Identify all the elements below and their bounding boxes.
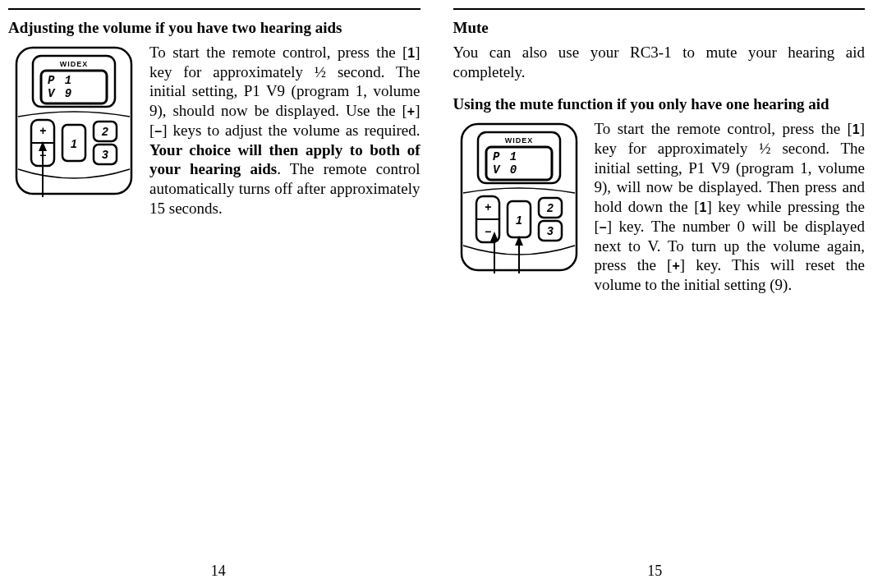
right-content-row: WIDEX P 1 V 0 + − 1 2 3 <box>453 119 866 295</box>
right-heading-usage: Using the mute function if you only have… <box>453 94 866 114</box>
horizontal-rule <box>8 8 420 10</box>
svg-text:WIDEX: WIDEX <box>504 136 533 145</box>
page-left: Adjusting the volume if you have two hea… <box>0 0 437 588</box>
svg-text:2: 2 <box>101 125 108 138</box>
brand-label: WIDEX <box>60 60 89 68</box>
svg-text:2: 2 <box>546 201 554 214</box>
right-paragraph: To start the remote control, press the [… <box>595 119 866 295</box>
svg-text:P   1: P 1 <box>493 150 518 163</box>
svg-text:1: 1 <box>516 214 522 227</box>
right-intro: You can also use your RC3-1 to mute your… <box>453 43 866 82</box>
svg-text:+: + <box>484 200 490 214</box>
remote-illustration-left: WIDEX P 1 V 9 + − 1 2 3 <box>8 43 140 199</box>
horizontal-rule <box>453 8 866 10</box>
left-paragraph: To start the remote control, press the [… <box>149 43 420 218</box>
svg-text:3: 3 <box>102 148 108 161</box>
svg-text:V   0: V 0 <box>493 163 518 177</box>
page-number-right: 15 <box>437 562 874 581</box>
right-heading-mute: Mute <box>453 18 866 38</box>
svg-text:−: − <box>484 225 490 238</box>
page-right: Mute You can also use your RC3-1 to mute… <box>437 0 874 588</box>
left-content-row: WIDEX P 1 V 9 + − 1 2 3 <box>8 43 420 218</box>
svg-text:+: + <box>39 124 46 137</box>
lcd-line1: P 1 <box>48 74 73 87</box>
lcd-line2: V 9 <box>48 87 73 100</box>
left-heading: Adjusting the volume if you have two hea… <box>8 18 420 38</box>
remote-illustration-right: WIDEX P 1 V 0 + − 1 2 3 <box>453 119 585 275</box>
svg-text:1: 1 <box>71 137 77 150</box>
svg-text:3: 3 <box>547 224 554 237</box>
page-number-left: 14 <box>0 562 437 581</box>
